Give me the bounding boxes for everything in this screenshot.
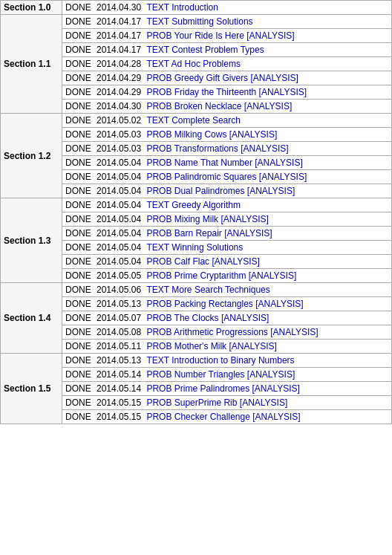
status-label: DONE <box>65 256 94 267</box>
section-label: Section 1.1 <box>1 15 62 114</box>
entry-cell: DONE 2014.04.29 PROB Greedy Gift Givers … <box>62 71 392 85</box>
entry-link[interactable]: PROB The Clocks [ANALYSIS] <box>146 313 269 323</box>
entry-cell: DONE 2014.05.07 PROB The Clocks [ANALYSI… <box>62 311 392 325</box>
entry-cell: DONE 2014.05.04 PROB Name That Number [A… <box>62 156 392 170</box>
entry-link[interactable]: PROB Packing Rectangles [ANALYSIS] <box>146 299 303 309</box>
entry-cell: DONE 2014.05.13 PROB Packing Rectangles … <box>62 297 392 311</box>
date-label: 2014.04.30 <box>97 101 143 111</box>
entry-link[interactable]: TEXT Introduction <box>146 2 218 13</box>
status-label: DONE <box>65 115 94 126</box>
date-label: 2014.05.08 <box>97 327 143 337</box>
status-label: DONE <box>65 214 94 224</box>
date-label: 2014.04.29 <box>97 87 143 97</box>
entry-link[interactable]: PROB Arithmetic Progressions [ANALYSIS] <box>146 327 318 337</box>
entry-cell: DONE 2014.05.03 PROB Transformations [AN… <box>62 142 392 156</box>
status-label: DONE <box>65 355 94 366</box>
status-label: DONE <box>65 87 94 97</box>
entry-cell: DONE 2014.04.17 TEXT Contest Problem Typ… <box>62 43 392 57</box>
section-label: Section 1.4 <box>1 283 62 354</box>
entry-link[interactable]: PROB Milking Cows [ANALYSIS] <box>146 129 277 140</box>
entry-cell: DONE 2014.05.15 PROB SuperPrime Rib [ANA… <box>62 396 392 410</box>
entry-link[interactable]: PROB Prime Palindromes [ANALYSIS] <box>146 383 300 394</box>
entry-link[interactable]: PROB Greedy Gift Givers [ANALYSIS] <box>146 73 298 83</box>
entry-cell: DONE 2014.05.06 TEXT More Search Techniq… <box>62 283 392 297</box>
entry-link[interactable]: TEXT Submitting Solutions <box>146 16 252 27</box>
entry-link[interactable]: PROB Mixing Milk [ANALYSIS] <box>146 214 268 224</box>
status-label: DONE <box>65 327 94 337</box>
entry-link[interactable]: PROB Checker Challenge [ANALYSIS] <box>146 412 300 422</box>
entry-link[interactable]: TEXT More Search Techniques <box>146 285 270 295</box>
status-label: DONE <box>65 59 94 69</box>
entry-cell: DONE 2014.04.30 PROB Broken Necklace [AN… <box>62 100 392 114</box>
table-row: Section 1.0DONE 2014.04.30 TEXT Introduc… <box>1 1 392 15</box>
entry-cell: DONE 2014.05.04 PROB Dual Palindromes [A… <box>62 184 392 198</box>
status-label: DONE <box>65 73 94 83</box>
status-label: DONE <box>65 200 94 210</box>
date-label: 2014.04.30 <box>97 2 143 13</box>
entry-link[interactable]: PROB Transformations [ANALYSIS] <box>146 143 288 154</box>
entry-cell: DONE 2014.04.28 TEXT Ad Hoc Problems <box>62 57 392 71</box>
date-label: 2014.05.14 <box>97 369 143 380</box>
entry-link[interactable]: TEXT Ad Hoc Problems <box>146 59 241 69</box>
date-label: 2014.05.04 <box>97 186 143 196</box>
status-label: DONE <box>65 129 94 140</box>
status-label: DONE <box>65 143 94 154</box>
date-label: 2014.05.11 <box>97 341 143 351</box>
entry-link[interactable]: PROB Prime Cryptarithm [ANALYSIS] <box>146 270 296 281</box>
entry-cell: DONE 2014.05.11 PROB Mother's Milk [ANAL… <box>62 340 392 354</box>
entry-cell: DONE 2014.04.30 TEXT Introduction <box>62 1 392 15</box>
status-label: DONE <box>65 101 94 111</box>
table-row: Section 1.1DONE 2014.04.17 TEXT Submitti… <box>1 15 392 29</box>
date-label: 2014.05.07 <box>97 313 143 323</box>
entry-cell: DONE 2014.05.02 TEXT Complete Search <box>62 114 392 128</box>
entry-cell: DONE 2014.05.04 PROB Barn Repair [ANALYS… <box>62 227 392 241</box>
entry-cell: DONE 2014.05.04 PROB Mixing Milk [ANALYS… <box>62 212 392 227</box>
table-row: Section 1.3DONE 2014.05.04 TEXT Greedy A… <box>1 198 392 212</box>
section-label: Section 1.0 <box>1 1 62 15</box>
entry-link[interactable]: PROB Mother's Milk [ANALYSIS] <box>146 341 276 351</box>
entry-link[interactable]: PROB Palindromic Squares [ANALYSIS] <box>146 172 307 182</box>
entry-link[interactable]: TEXT Introduction to Binary Numbers <box>146 355 294 366</box>
entry-link[interactable]: TEXT Contest Problem Types <box>146 45 264 55</box>
entry-link[interactable]: PROB SuperPrime Rib [ANALYSIS] <box>146 397 287 408</box>
status-label: DONE <box>65 383 94 394</box>
entry-cell: DONE 2014.05.05 PROB Prime Cryptarithm [… <box>62 269 392 283</box>
entry-cell: DONE 2014.04.17 TEXT Submitting Solution… <box>62 15 392 29</box>
status-label: DONE <box>65 369 94 380</box>
date-label: 2014.04.28 <box>97 59 143 69</box>
entry-link[interactable]: PROB Name That Number [ANALYSIS] <box>146 158 302 168</box>
status-label: DONE <box>65 341 94 351</box>
entry-link[interactable]: PROB Calf Flac [ANALYSIS] <box>146 256 260 267</box>
entry-cell: DONE 2014.05.14 PROB Prime Palindromes [… <box>62 382 392 396</box>
status-label: DONE <box>65 270 94 281</box>
status-label: DONE <box>65 158 94 168</box>
status-label: DONE <box>65 313 94 323</box>
status-label: DONE <box>65 186 94 196</box>
section-label: Section 1.2 <box>1 114 62 198</box>
status-label: DONE <box>65 299 94 309</box>
date-label: 2014.05.04 <box>97 228 143 238</box>
entry-cell: DONE 2014.05.04 TEXT Winning Solutions <box>62 241 392 255</box>
entry-link[interactable]: PROB Your Ride Is Here [ANALYSIS] <box>146 30 294 41</box>
entry-link[interactable]: PROB Broken Necklace [ANALYSIS] <box>146 101 292 111</box>
entry-link[interactable]: TEXT Complete Search <box>146 115 241 126</box>
entry-cell: DONE 2014.05.04 PROB Palindromic Squares… <box>62 170 392 184</box>
status-label: DONE <box>65 30 94 41</box>
entry-link[interactable]: PROB Number Triangles [ANALYSIS] <box>146 369 295 380</box>
entry-cell: DONE 2014.05.13 TEXT Introduction to Bin… <box>62 354 392 368</box>
entry-cell: DONE 2014.04.17 PROB Your Ride Is Here [… <box>62 29 392 43</box>
date-label: 2014.05.04 <box>97 256 143 267</box>
table-row: Section 1.4DONE 2014.05.06 TEXT More Sea… <box>1 283 392 297</box>
date-label: 2014.05.04 <box>97 172 143 182</box>
entry-link[interactable]: TEXT Winning Solutions <box>146 242 243 253</box>
entry-link[interactable]: PROB Barn Repair [ANALYSIS] <box>146 228 272 238</box>
main-table: Section 1.0DONE 2014.04.30 TEXT Introduc… <box>0 0 392 424</box>
status-label: DONE <box>65 228 94 238</box>
date-label: 2014.05.13 <box>97 299 143 309</box>
entry-link[interactable]: PROB Dual Palindromes [ANALYSIS] <box>146 186 295 196</box>
date-label: 2014.05.04 <box>97 242 143 253</box>
entry-link[interactable]: TEXT Greedy Algorithm <box>146 200 241 210</box>
date-label: 2014.05.15 <box>97 397 143 408</box>
status-label: DONE <box>65 172 94 182</box>
entry-link[interactable]: PROB Friday the Thirteenth [ANALYSIS] <box>146 87 307 97</box>
